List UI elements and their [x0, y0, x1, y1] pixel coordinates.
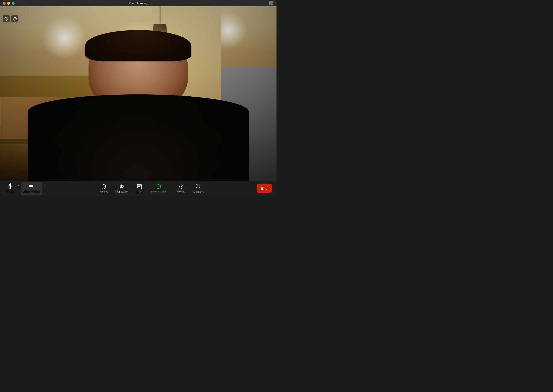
toolbar-right: End	[257, 184, 272, 193]
security-label: Security	[99, 190, 108, 193]
maximize-button[interactable]	[12, 2, 14, 5]
svg-point-9	[120, 185, 122, 186]
participants-count: 1	[124, 182, 125, 184]
participants-button[interactable]: 1 Participants	[113, 182, 131, 195]
participants-label: Participants	[115, 191, 128, 193]
svg-text:+: +	[199, 184, 200, 186]
chat-label: Chat	[137, 190, 142, 193]
close-button[interactable]	[3, 2, 6, 5]
video-background	[0, 6, 276, 181]
shield-button[interactable]	[11, 15, 18, 22]
record-label: Record	[177, 190, 185, 193]
svg-point-10	[122, 185, 123, 186]
share-screen-chevron: ▲	[170, 185, 172, 187]
svg-text:i: i	[6, 18, 7, 20]
mute-chevron: ▲	[17, 185, 20, 187]
mute-label: Mute	[6, 189, 14, 194]
svg-rect-2	[269, 4, 270, 5]
fullscreen-button[interactable]	[268, 1, 274, 5]
share-screen-label: Share Screen	[151, 190, 166, 193]
share-screen-button[interactable]: Share Screen	[148, 182, 169, 194]
minimize-button[interactable]	[7, 2, 10, 5]
stop-video-group: Stop Video ▲	[21, 182, 46, 195]
svg-point-19	[197, 185, 198, 186]
stop-video-button[interactable]: Stop Video	[21, 182, 42, 195]
svg-rect-1	[271, 2, 273, 3]
info-button[interactable]: i	[3, 15, 10, 22]
share-screen-group: Share Screen ▲	[148, 182, 173, 194]
depth-overlay	[0, 6, 276, 181]
record-button[interactable]: Record	[175, 182, 188, 194]
svg-point-17	[181, 186, 182, 187]
svg-rect-3	[271, 4, 273, 5]
traffic-lights	[3, 2, 14, 5]
toolbar-center: Security 1 Participants	[46, 182, 257, 195]
overlay-buttons: i	[3, 15, 18, 22]
stop-video-chevron: ▲	[43, 185, 45, 187]
toolbar-left: Mute ▲ Stop Video ▲	[5, 182, 46, 195]
security-button[interactable]: Security	[96, 182, 111, 194]
chat-button[interactable]: Chat	[133, 182, 146, 194]
window-title: Zoom Meeting	[129, 2, 147, 5]
stop-video-label: Stop Video	[23, 189, 40, 194]
svg-rect-0	[269, 2, 270, 3]
video-area: i	[0, 6, 276, 181]
reactions-label: Reactions	[193, 191, 204, 193]
title-bar: Zoom Meeting	[0, 0, 276, 6]
mute-button[interactable]: Mute	[5, 182, 16, 195]
reactions-button[interactable]: + Reactions	[190, 182, 206, 195]
mute-arrow[interactable]: ▲	[16, 182, 21, 194]
svg-rect-8	[29, 185, 32, 187]
stop-video-arrow[interactable]: ▲	[42, 182, 46, 194]
share-screen-arrow[interactable]: ▲	[169, 182, 173, 194]
toolbar: Mute ▲ Stop Video ▲	[0, 181, 276, 196]
end-button[interactable]: End	[257, 184, 272, 193]
mute-group: Mute ▲	[5, 182, 21, 195]
zoom-window: Zoom Meeting	[0, 0, 276, 196]
